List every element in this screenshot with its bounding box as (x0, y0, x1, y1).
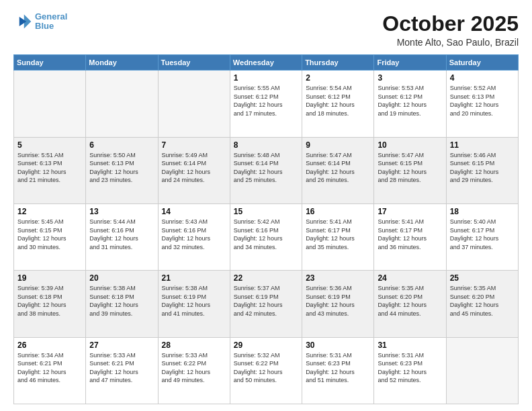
day-number: 10 (378, 140, 442, 150)
calendar-cell: 6Sunrise: 5:50 AM Sunset: 6:13 PM Daylig… (86, 137, 158, 203)
calendar-cell: 23Sunrise: 5:36 AM Sunset: 6:19 PM Dayli… (302, 271, 374, 337)
day-info: Sunrise: 5:53 AM Sunset: 6:12 PM Dayligh… (378, 84, 442, 118)
day-info: Sunrise: 5:45 AM Sunset: 6:15 PM Dayligh… (17, 218, 82, 251)
calendar-cell: 21Sunrise: 5:38 AM Sunset: 6:19 PM Dayli… (158, 271, 230, 337)
day-number: 6 (89, 140, 154, 150)
weekday-header-monday: Monday (86, 55, 158, 71)
day-info: Sunrise: 5:43 AM Sunset: 6:16 PM Dayligh… (162, 218, 226, 251)
day-number: 23 (306, 273, 370, 283)
calendar-cell: 14Sunrise: 5:43 AM Sunset: 6:16 PM Dayli… (158, 203, 230, 270)
calendar-cell: 24Sunrise: 5:35 AM Sunset: 6:20 PM Dayli… (374, 271, 446, 337)
weekday-header-friday: Friday (374, 55, 446, 71)
day-number: 1 (234, 73, 298, 83)
calendar-cell: 4Sunrise: 5:52 AM Sunset: 6:13 PM Daylig… (446, 71, 518, 137)
day-info: Sunrise: 5:39 AM Sunset: 6:18 PM Dayligh… (17, 284, 82, 318)
day-info: Sunrise: 5:33 AM Sunset: 6:22 PM Dayligh… (162, 351, 226, 385)
day-number: 4 (450, 73, 515, 83)
calendar-week-row: 12Sunrise: 5:45 AM Sunset: 6:15 PM Dayli… (14, 203, 519, 270)
day-number: 29 (234, 340, 298, 350)
calendar-cell (446, 337, 518, 404)
day-info: Sunrise: 5:38 AM Sunset: 6:19 PM Dayligh… (162, 284, 226, 318)
day-number: 3 (378, 73, 442, 83)
day-number: 25 (450, 273, 515, 283)
calendar-cell: 13Sunrise: 5:44 AM Sunset: 6:16 PM Dayli… (86, 203, 158, 270)
day-number: 2 (306, 73, 370, 83)
logo-icon (13, 12, 32, 31)
day-number: 17 (378, 207, 442, 216)
day-number: 7 (162, 140, 226, 150)
calendar-cell: 27Sunrise: 5:33 AM Sunset: 6:21 PM Dayli… (86, 337, 158, 404)
day-info: Sunrise: 5:35 AM Sunset: 6:20 PM Dayligh… (378, 284, 442, 318)
calendar-week-row: 5Sunrise: 5:51 AM Sunset: 6:13 PM Daylig… (14, 137, 519, 203)
day-info: Sunrise: 5:37 AM Sunset: 6:19 PM Dayligh… (234, 284, 298, 318)
page: General Blue October 2025 Monte Alto, Sa… (0, 0, 532, 411)
day-info: Sunrise: 5:41 AM Sunset: 6:17 PM Dayligh… (306, 218, 370, 251)
calendar-cell: 2Sunrise: 5:54 AM Sunset: 6:12 PM Daylig… (302, 71, 374, 137)
calendar-table: SundayMondayTuesdayWednesdayThursdayFrid… (13, 54, 519, 404)
calendar-cell (158, 71, 230, 137)
day-number: 30 (306, 340, 370, 350)
day-number: 18 (450, 207, 515, 216)
day-info: Sunrise: 5:44 AM Sunset: 6:16 PM Dayligh… (89, 218, 154, 251)
day-info: Sunrise: 5:36 AM Sunset: 6:19 PM Dayligh… (306, 284, 370, 318)
calendar-cell: 8Sunrise: 5:48 AM Sunset: 6:14 PM Daylig… (230, 137, 302, 203)
calendar-cell: 17Sunrise: 5:41 AM Sunset: 6:17 PM Dayli… (374, 203, 446, 270)
weekday-header-tuesday: Tuesday (158, 55, 230, 71)
day-info: Sunrise: 5:51 AM Sunset: 6:13 PM Dayligh… (17, 151, 82, 185)
day-info: Sunrise: 5:38 AM Sunset: 6:18 PM Dayligh… (89, 284, 154, 318)
day-info: Sunrise: 5:52 AM Sunset: 6:13 PM Dayligh… (450, 84, 515, 118)
calendar-cell: 15Sunrise: 5:42 AM Sunset: 6:16 PM Dayli… (230, 203, 302, 270)
calendar-cell: 31Sunrise: 5:31 AM Sunset: 6:23 PM Dayli… (374, 337, 446, 404)
calendar-week-row: 1Sunrise: 5:55 AM Sunset: 6:12 PM Daylig… (14, 71, 519, 137)
month-title: October 2025 (382, 12, 519, 36)
weekday-header-sunday: Sunday (14, 55, 86, 71)
calendar-cell: 20Sunrise: 5:38 AM Sunset: 6:18 PM Dayli… (86, 271, 158, 337)
day-info: Sunrise: 5:40 AM Sunset: 6:17 PM Dayligh… (450, 218, 515, 251)
weekday-header-row: SundayMondayTuesdayWednesdayThursdayFrid… (14, 55, 519, 71)
logo-line1: General (35, 11, 67, 21)
calendar-cell: 9Sunrise: 5:47 AM Sunset: 6:14 PM Daylig… (302, 137, 374, 203)
calendar-cell: 26Sunrise: 5:34 AM Sunset: 6:21 PM Dayli… (14, 337, 86, 404)
day-info: Sunrise: 5:32 AM Sunset: 6:22 PM Dayligh… (234, 351, 298, 385)
calendar-cell: 30Sunrise: 5:31 AM Sunset: 6:23 PM Dayli… (302, 337, 374, 404)
day-info: Sunrise: 5:49 AM Sunset: 6:14 PM Dayligh… (162, 151, 226, 185)
day-number: 20 (89, 273, 154, 283)
day-number: 9 (306, 140, 370, 150)
calendar-cell: 1Sunrise: 5:55 AM Sunset: 6:12 PM Daylig… (230, 71, 302, 137)
day-info: Sunrise: 5:46 AM Sunset: 6:15 PM Dayligh… (450, 151, 515, 185)
day-number: 19 (17, 273, 82, 283)
calendar-cell: 3Sunrise: 5:53 AM Sunset: 6:12 PM Daylig… (374, 71, 446, 137)
day-number: 13 (89, 207, 154, 216)
day-number: 26 (17, 340, 82, 350)
day-number: 28 (162, 340, 226, 350)
weekday-header-thursday: Thursday (302, 55, 374, 71)
day-info: Sunrise: 5:31 AM Sunset: 6:23 PM Dayligh… (306, 351, 370, 385)
day-number: 21 (162, 273, 226, 283)
logo-text: General Blue (35, 12, 67, 32)
day-info: Sunrise: 5:34 AM Sunset: 6:21 PM Dayligh… (17, 351, 82, 385)
calendar-cell: 11Sunrise: 5:46 AM Sunset: 6:15 PM Dayli… (446, 137, 518, 203)
day-info: Sunrise: 5:33 AM Sunset: 6:21 PM Dayligh… (89, 351, 154, 385)
day-info: Sunrise: 5:50 AM Sunset: 6:13 PM Dayligh… (89, 151, 154, 185)
day-number: 12 (17, 207, 82, 216)
day-number: 27 (89, 340, 154, 350)
day-number: 16 (306, 207, 370, 216)
day-number: 15 (234, 207, 298, 216)
calendar-cell: 12Sunrise: 5:45 AM Sunset: 6:15 PM Dayli… (14, 203, 86, 270)
day-number: 24 (378, 273, 442, 283)
calendar-cell: 5Sunrise: 5:51 AM Sunset: 6:13 PM Daylig… (14, 137, 86, 203)
location-subtitle: Monte Alto, Sao Paulo, Brazil (382, 37, 519, 48)
day-info: Sunrise: 5:47 AM Sunset: 6:14 PM Dayligh… (306, 151, 370, 185)
calendar-week-row: 19Sunrise: 5:39 AM Sunset: 6:18 PM Dayli… (14, 271, 519, 337)
day-number: 11 (450, 140, 515, 150)
day-info: Sunrise: 5:31 AM Sunset: 6:23 PM Dayligh… (378, 351, 442, 385)
weekday-header-saturday: Saturday (446, 55, 518, 71)
day-info: Sunrise: 5:47 AM Sunset: 6:15 PM Dayligh… (378, 151, 442, 185)
day-number: 22 (234, 273, 298, 283)
calendar-cell: 29Sunrise: 5:32 AM Sunset: 6:22 PM Dayli… (230, 337, 302, 404)
calendar-cell: 25Sunrise: 5:35 AM Sunset: 6:20 PM Dayli… (446, 271, 518, 337)
day-info: Sunrise: 5:55 AM Sunset: 6:12 PM Dayligh… (234, 84, 298, 118)
day-info: Sunrise: 5:41 AM Sunset: 6:17 PM Dayligh… (378, 218, 442, 251)
logo: General Blue (13, 12, 67, 32)
logo-line2: Blue (35, 21, 54, 31)
